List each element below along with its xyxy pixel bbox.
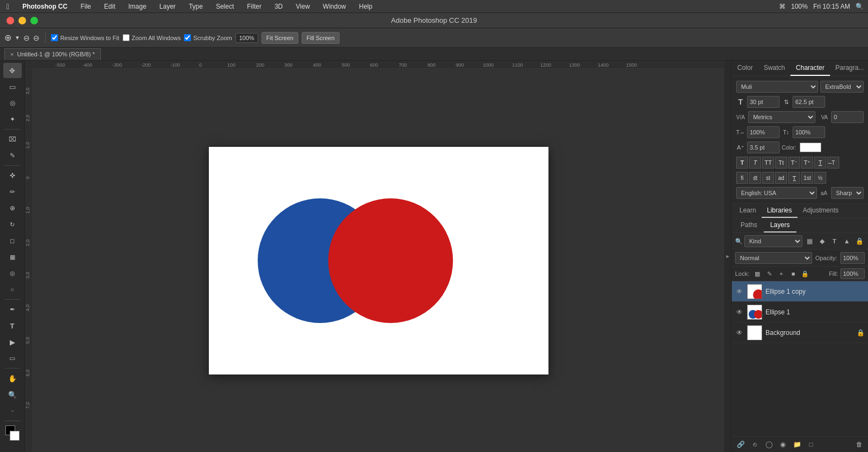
caps-btn[interactable]: TT (762, 157, 774, 169)
tab-layers[interactable]: Layers (764, 218, 796, 233)
menu-image[interactable]: Image (126, 3, 148, 10)
small-caps-btn[interactable]: Tt (775, 157, 787, 169)
sub-btn[interactable]: T⁺ (801, 157, 813, 169)
filter-kind-select[interactable]: Kind (744, 235, 802, 247)
heal-tool[interactable]: ✜ (3, 168, 22, 183)
scrubby-zoom-checkbox[interactable] (184, 34, 191, 41)
red-circle[interactable] (328, 198, 453, 323)
font-family-select[interactable]: Muli (736, 81, 818, 93)
lock-pixels-btn[interactable]: ✎ (764, 269, 774, 279)
delete-layer-btn[interactable]: 🗑 (854, 439, 865, 450)
layer-vis-ellipse1[interactable]: 👁 (735, 308, 744, 317)
blend-mode-select[interactable]: Normal (735, 252, 812, 264)
antialias-select[interactable]: Sharp (831, 187, 864, 199)
lock-all-btn[interactable]: 🔒 (800, 269, 810, 279)
swash-btn[interactable]: ad (775, 172, 787, 184)
zoom-tool[interactable]: 🔍 (3, 387, 22, 402)
close-button[interactable] (7, 17, 14, 24)
tab-adjustments[interactable]: Adjustments (797, 204, 844, 218)
language-select[interactable]: English: USA (736, 187, 817, 199)
tracking-select[interactable]: Metrics (748, 111, 815, 123)
eyedropper-tool[interactable]: ✎ (3, 148, 22, 163)
layer-vis-ellipse-copy[interactable]: 👁 (735, 287, 744, 296)
menu-type[interactable]: Type (187, 3, 205, 10)
bold-btn[interactable]: T (736, 157, 748, 169)
stamp-tool[interactable]: ⊕ (3, 201, 22, 216)
scrubby-zoom-check[interactable]: Scrubby Zoom (184, 34, 232, 41)
scale-v-input[interactable] (793, 126, 825, 138)
panel-collapse-btn[interactable]: ► (724, 61, 731, 452)
liga-btn[interactable]: ﬆ (749, 172, 761, 184)
old-style-btn[interactable]: st (762, 172, 774, 184)
zoom-dropdown-icon[interactable]: ▼ (15, 35, 20, 41)
zoom-all-check[interactable]: Zoom All Windows (123, 34, 181, 41)
tab-libraries[interactable]: Libraries (762, 204, 797, 218)
search-icon[interactable]: 🔍 (856, 3, 864, 10)
zoom-out-icon[interactable]: ⊖ (33, 34, 40, 42)
add-adjustment-btn[interactable]: ◉ (777, 439, 788, 450)
extra-tools[interactable]: ··· (3, 403, 22, 418)
path-select-tool[interactable]: ▶ (3, 334, 22, 350)
title-btn[interactable]: 1st (801, 172, 813, 184)
eraser-tool[interactable]: ◻ (3, 233, 22, 248)
fg-bg-colors[interactable] (3, 425, 22, 443)
type-tool[interactable]: T (3, 318, 22, 333)
hand-tool[interactable]: ✋ (3, 371, 22, 386)
tab-close-btn[interactable]: × (10, 51, 14, 57)
minimize-button[interactable] (18, 17, 26, 24)
move-tool[interactable]: ✥ (3, 63, 22, 78)
background-color[interactable] (10, 431, 20, 441)
underline-btn[interactable]: T (814, 157, 826, 169)
brush-tool[interactable]: ✏ (3, 184, 22, 199)
document-tab[interactable]: × Untitled-1 @ 100% (RGB/8) * (4, 48, 101, 60)
history-tool[interactable]: ↻ (3, 217, 22, 232)
italic-btn[interactable]: T (749, 157, 761, 169)
menu-layer[interactable]: Layer (157, 3, 178, 10)
filter-type-btn[interactable]: T (829, 236, 840, 247)
gradient-tool[interactable]: ▦ (3, 249, 22, 264)
menu-help[interactable]: Help (357, 3, 375, 10)
scale-h-input[interactable] (747, 126, 780, 138)
font-weight-select[interactable]: ExtraBold (820, 81, 864, 93)
fi-liga-btn[interactable]: fi (736, 172, 748, 184)
blur-tool[interactable]: ◎ (3, 266, 22, 281)
fill-input[interactable] (840, 268, 865, 279)
strikethrough-btn[interactable]: ̶T (827, 157, 839, 169)
filter-pixel-btn[interactable]: ▦ (804, 236, 815, 247)
baseline-input[interactable] (747, 141, 780, 153)
resize-windows-check[interactable]: Resize Windows to Fit (51, 34, 119, 41)
lock-transparent-btn[interactable]: ▩ (752, 269, 762, 279)
crop-tool[interactable]: ⌧ (3, 132, 22, 147)
wand-tool[interactable]: ✦ (3, 112, 22, 127)
add-group-btn[interactable]: 📁 (792, 439, 802, 450)
filter-adjust-btn[interactable]: ◆ (816, 236, 827, 247)
tab-learn[interactable]: Learn (734, 204, 762, 218)
zoom-value-input[interactable] (235, 33, 258, 43)
tab-swatch[interactable]: Swatch (758, 61, 790, 76)
apple-menu[interactable]:  (4, 2, 11, 11)
zoom-in-icon[interactable]: ⊕ (4, 33, 11, 43)
add-mask-btn[interactable]: ◯ (763, 439, 774, 450)
tab-color[interactable]: Color (732, 61, 758, 76)
layer-item-ellipse1[interactable]: 👁 Ellipse 1 (732, 302, 868, 322)
layer-item-background[interactable]: 👁 Background 🔒 (732, 322, 868, 343)
font-size-input[interactable] (747, 96, 780, 108)
kerning-input[interactable] (831, 111, 864, 123)
add-style-btn[interactable]: ⎋ (749, 439, 760, 450)
tab-paths[interactable]: Paths (734, 218, 764, 233)
layer-vis-background[interactable]: 👁 (735, 328, 744, 337)
add-layer-btn[interactable]: □ (806, 439, 816, 450)
app-name[interactable]: Photoshop CC (20, 3, 69, 10)
leading-input[interactable] (793, 96, 825, 108)
link-layers-btn[interactable]: 🔗 (735, 439, 746, 450)
zoom-fit-icon[interactable]: ⊖ (23, 34, 30, 42)
fit-screen-button[interactable]: Fit Screen (261, 32, 298, 44)
frac-btn[interactable]: ½ (814, 172, 826, 184)
resize-windows-checkbox[interactable] (51, 34, 58, 41)
select-tool[interactable]: ▭ (3, 79, 22, 94)
disc-lig-btn[interactable]: T̲ (788, 172, 800, 184)
zoom-all-checkbox[interactable] (123, 34, 130, 41)
filter-smart-btn[interactable]: 🔒 (854, 236, 865, 247)
dodge-tool[interactable]: ○ (3, 282, 22, 297)
tab-character[interactable]: Character (790, 61, 830, 76)
